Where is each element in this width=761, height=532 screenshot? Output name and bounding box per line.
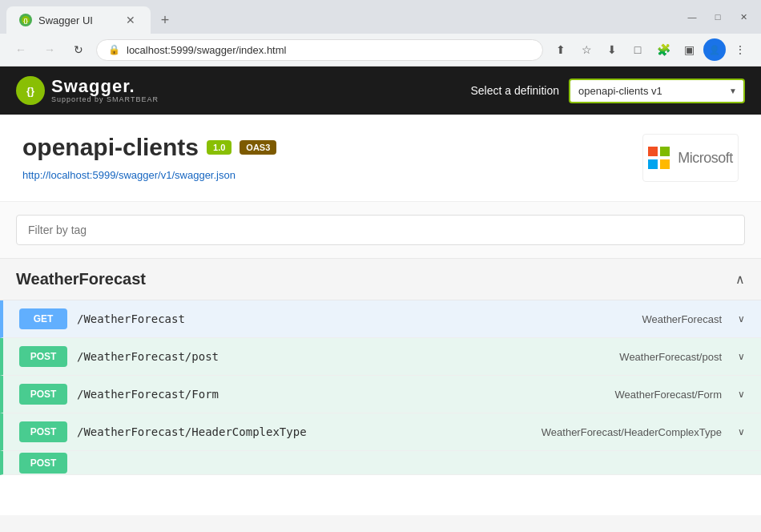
profile-icon[interactable]: 👤 [703, 38, 726, 61]
swagger-info-left: openapi-clients 1.0 OAS3 http://localhos… [22, 134, 642, 182]
lock-icon: 🔒 [108, 44, 120, 55]
endpoint-path: /WeatherForecast/Form [77, 388, 606, 401]
close-btn[interactable]: ✕ [732, 10, 755, 24]
address-text: localhost:5999/swagger/index.html [127, 44, 531, 56]
share-icon[interactable]: ⬆ [550, 38, 572, 61]
method-badge-get: GET [19, 308, 67, 329]
download-icon[interactable]: ⬇ [601, 38, 623, 61]
endpoint-row[interactable]: POST /WeatherForecast/post WeatherForeca… [0, 338, 761, 376]
menu-icon[interactable]: ⋮ [729, 38, 751, 61]
toolbar-icons: ⬆ ☆ ⬇ □ 🧩 ▣ 👤 ⋮ [550, 38, 751, 61]
endpoint-path: /WeatherForecast/post [77, 350, 610, 363]
endpoint-row-partial[interactable]: POST [0, 451, 761, 475]
expand-icon: ∨ [738, 389, 745, 400]
ms-square-yellow [660, 159, 670, 169]
bookmark-icon[interactable]: ☆ [575, 38, 598, 61]
tab-bar: {} Swagger UI ✕ + — □ ✕ [0, 0, 761, 34]
minimize-btn[interactable]: — [681, 10, 703, 24]
section-title: WeatherForecast [16, 270, 735, 288]
screen-capture-icon[interactable]: □ [626, 38, 649, 61]
endpoint-path: /WeatherForecast [77, 312, 633, 325]
filter-input[interactable] [16, 215, 745, 245]
tab-close-btn[interactable]: ✕ [123, 13, 138, 27]
swagger-logo-sub: Supported by SMARTBEAR [51, 95, 159, 103]
svg-text:{}: {} [26, 85, 34, 97]
ms-square-green [660, 147, 670, 156]
method-badge-post: POST [19, 346, 67, 367]
window-controls: — □ ✕ [681, 10, 755, 30]
forward-btn[interactable]: → [38, 38, 61, 61]
endpoint-summary: WeatherForecast [642, 313, 722, 325]
ms-square-blue [648, 159, 658, 169]
definition-select[interactable]: openapi-clients v1 [569, 79, 745, 103]
api-section: WeatherForecast ∧ GET /WeatherForecast W… [0, 258, 761, 475]
ms-square-red [648, 147, 658, 156]
endpoint-path: /WeatherForecast/HeaderComplexType [77, 425, 532, 438]
section-header-weatherforecast[interactable]: WeatherForecast ∧ [0, 258, 761, 300]
browser-chrome: {} Swagger UI ✕ + — □ ✕ ← → ↻ 🔒 localhos… [0, 0, 761, 66]
endpoint-summary: WeatherForecast/HeaderComplexType [542, 426, 722, 438]
swagger-logo-main: Swagger. [51, 78, 159, 95]
back-btn[interactable]: ← [10, 38, 32, 61]
swagger-logo: {} Swagger. Supported by SMARTBEAR [16, 76, 159, 105]
tab-title: Swagger UI [38, 14, 93, 26]
endpoint-row[interactable]: POST /WeatherForecast/HeaderComplexType … [0, 413, 761, 451]
swagger-main: openapi-clients 1.0 OAS3 http://localhos… [0, 115, 761, 515]
swagger-title: openapi-clients [22, 134, 199, 161]
swagger-info: openapi-clients 1.0 OAS3 http://localhos… [0, 115, 761, 202]
maximize-btn[interactable]: □ [707, 10, 729, 24]
endpoint-summary: WeatherForecast/Form [615, 389, 722, 401]
definition-label: Select a definition [470, 84, 559, 97]
ms-text: Microsoft [678, 150, 733, 167]
endpoint-row[interactable]: POST /WeatherForecast/Form WeatherForeca… [0, 376, 761, 413]
endpoint-row[interactable]: GET /WeatherForecast WeatherForecast ∨ [0, 300, 761, 338]
address-bar-row: ← → ↻ 🔒 localhost:5999/swagger/index.htm… [0, 34, 761, 66]
swagger-logo-icon: {} [16, 76, 45, 105]
new-tab-btn[interactable]: + [154, 9, 176, 31]
collapse-icon: ∧ [735, 272, 745, 287]
extensions-icon[interactable]: 🧩 [652, 38, 674, 61]
expand-icon: ∨ [738, 351, 745, 362]
swagger-title-row: openapi-clients 1.0 OAS3 [22, 134, 642, 161]
microsoft-logo: Microsoft [642, 134, 739, 182]
ms-squares [648, 147, 670, 169]
endpoint-summary: WeatherForecast/post [619, 351, 722, 363]
expand-icon: ∨ [738, 426, 745, 437]
version-badge: 1.0 [207, 140, 232, 155]
definition-select-wrapper: openapi-clients v1 [569, 79, 745, 103]
svg-text:{}: {} [23, 18, 28, 24]
sidebar-icon[interactable]: ▣ [678, 38, 700, 61]
swagger-header: {} Swagger. Supported by SMARTBEAR Selec… [0, 66, 761, 115]
address-bar[interactable]: 🔒 localhost:5999/swagger/index.html [96, 39, 543, 61]
active-tab[interactable]: {} Swagger UI ✕ [6, 6, 151, 34]
method-badge-post: POST [19, 384, 67, 405]
swagger-logo-text: Swagger. Supported by SMARTBEAR [51, 78, 159, 103]
filter-section [0, 202, 761, 258]
refresh-btn[interactable]: ↻ [67, 38, 90, 61]
tab-favicon: {} [19, 14, 32, 26]
oas-badge: OAS3 [240, 140, 276, 155]
method-badge-post: POST [19, 453, 67, 474]
expand-icon: ∨ [738, 313, 745, 324]
method-badge-post: POST [19, 421, 67, 442]
swagger-json-link[interactable]: http://localhost:5999/swagger/v1/swagger… [22, 169, 236, 181]
